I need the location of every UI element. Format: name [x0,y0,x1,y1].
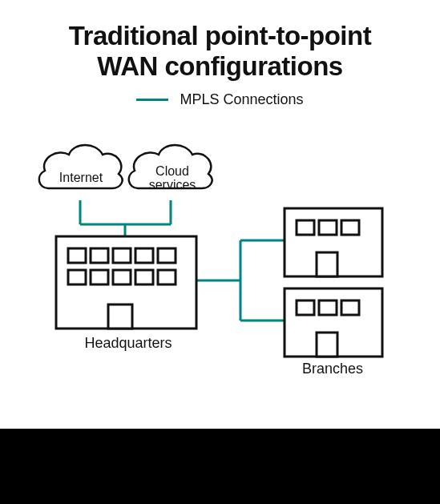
bottom-bar [0,429,440,504]
svg-rect-35 [317,333,337,357]
svg-rect-29 [341,220,359,235]
headquarters-label: Headquarters [68,336,188,352]
title-line-2: WAN configurations [97,51,342,81]
cloud-services-label-l2: services [149,178,196,192]
page: Traditional point-to-point WAN configura… [0,0,440,504]
diagram-canvas: Internet Cloud services Headquarters Bra… [0,108,440,397]
diagram-title: Traditional point-to-point WAN configura… [0,0,440,87]
svg-rect-28 [319,220,337,235]
legend-swatch [136,99,168,101]
internet-label: Internet [53,171,109,185]
branches-icon [0,108,440,397]
svg-rect-33 [319,300,337,315]
cloud-services-label-l1: Cloud [155,164,189,178]
svg-rect-30 [317,252,337,276]
svg-rect-34 [341,300,359,315]
branches-label: Branches [289,361,377,377]
svg-rect-32 [297,300,314,315]
svg-rect-27 [297,220,314,235]
cloud-services-label: Cloud services [144,164,200,192]
legend-label: MPLS Connections [180,91,303,108]
legend: MPLS Connections [0,91,440,108]
title-line-1: Traditional point-to-point [69,21,371,50]
